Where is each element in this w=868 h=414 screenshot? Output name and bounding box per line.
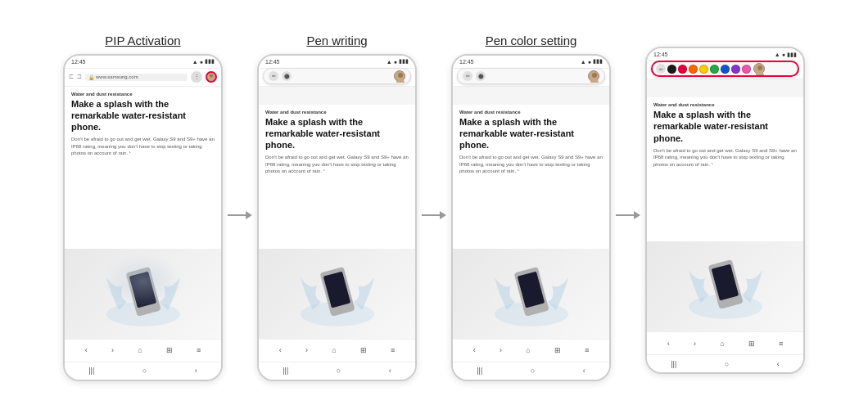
step3-status-icons: ▲ ● ▮▮▮ — [581, 58, 603, 65]
step1-web-content: Water and dust resistance Make a splash … — [65, 87, 221, 249]
step4-web-content: Water and dust resistance Make a splash … — [647, 97, 803, 241]
step3-web-tag: Water and dust resistance — [459, 110, 603, 115]
step3-pen-toolbar[interactable]: ✏ ⬤ — [457, 68, 605, 84]
step4-color-palette[interactable]: ✏ — [651, 61, 799, 77]
step4-pencil-icon: ✏ — [656, 64, 666, 74]
step4-pip-thumb — [753, 63, 765, 74]
step2-image-area — [259, 249, 415, 339]
step2-status-icons: ▲ ● ▮▮▮ — [387, 58, 409, 65]
step2-pencil-icon: ✏ — [269, 71, 278, 81]
step3-phone-svg — [482, 253, 581, 335]
arrow2-shape — [422, 209, 446, 221]
svg-point-22 — [756, 72, 764, 75]
step4-bottom-home: ○ — [725, 360, 729, 368]
arrow3-line — [616, 214, 634, 216]
step2-nav-menu: ≡ — [391, 346, 395, 354]
step2-nav-home: ⌂ — [332, 346, 336, 354]
step2-title: Pen writing — [306, 34, 367, 47]
step1-status-bar: 12:45 ▲ ● ▮▮▮ — [65, 56, 221, 69]
color-red[interactable] — [678, 65, 687, 74]
step4-nav-back: ‹ — [667, 340, 670, 348]
color-green[interactable] — [710, 65, 719, 74]
svg-point-7 — [398, 73, 403, 78]
arrow2-head — [440, 211, 446, 219]
step4-web-headline: Make a splash with the remarkable water-… — [653, 109, 797, 144]
step1-bottom-home: ○ — [142, 367, 147, 375]
svg-point-21 — [757, 65, 762, 70]
step4-time: 12:45 — [653, 52, 668, 57]
step2-bottom-home: ○ — [337, 367, 341, 375]
arrow1-head — [246, 211, 252, 219]
step3-pencil-icon: ✏ — [463, 71, 472, 81]
step1-web-tag: Water and dust resistance — [71, 92, 215, 97]
step4-nav-home: ⌂ — [720, 340, 724, 348]
step4-nav-tabs: ⊞ — [748, 340, 755, 348]
step3-status-bar: 12:45 ▲ ● ▮▮▮ — [453, 56, 609, 69]
step3-bottom-back: ‹ — [583, 367, 585, 375]
step2-web-headline: Make a splash with the remarkable water-… — [265, 116, 409, 151]
step1-pip-avatar — [206, 71, 217, 83]
step4-phone: 12:45 ▲ ● ▮▮▮ ⊏ ⊐ 🔒 www.samsung.com — [645, 47, 805, 374]
arrow3-head — [634, 211, 640, 219]
step3-bottom-recents: ||| — [477, 367, 482, 375]
step2-time: 12:45 — [265, 59, 280, 65]
color-black[interactable] — [667, 65, 676, 74]
step4-nav-menu: ≡ — [779, 340, 783, 348]
svg-point-14 — [592, 73, 597, 78]
step1-status-icons: ▲ ● ▮▮▮ — [192, 58, 215, 65]
step1-browser-bar: ⊏ ⊐ 🔒 www.samsung.com ⋮ — [65, 69, 221, 87]
step2-phone: 12:45 ▲ ● ▮▮▮ ⊏ ⊐ 🔒 www.samsung.com — [257, 54, 417, 381]
step2-web-body: Don't be afraid to go out and get wet. G… — [265, 154, 409, 174]
step1-url: 🔒 www.samsung.com — [85, 74, 188, 81]
step3-nav-tabs: ⊞ — [554, 346, 561, 354]
step2-block: Pen writing 12:45 ▲ ● ▮▮▮ ⊏ ⊐ 🔒 www.sams… — [257, 34, 417, 381]
step2-color-icon: ⬤ — [282, 71, 292, 81]
step2-bottom-bar: ||| ○ ‹ — [259, 362, 415, 380]
step2-pen-toolbar[interactable]: ✏ ⬤ — [263, 68, 411, 84]
step3-phone: 12:45 ▲ ● ▮▮▮ ⊏ ⊐ ✏ samsung... ⬤ — [451, 54, 611, 381]
step2-nav-forward: › — [305, 346, 308, 354]
step1-nav-home: ⌂ — [138, 346, 142, 354]
step4-bottom-back: ‹ — [777, 360, 780, 368]
svg-point-15 — [590, 79, 599, 83]
step1-title: PIP Activation — [105, 34, 180, 47]
step4-web-body: Don't be afraid to go out and get wet. G… — [653, 147, 797, 168]
arrow2 — [422, 193, 446, 221]
arrow1-line — [228, 214, 246, 216]
step1-menu-icon: ⋮ — [191, 71, 202, 83]
step1-web-body: Don't be afraid to go out and get wet. G… — [71, 136, 215, 156]
step1-bottom-recents: ||| — [88, 367, 94, 375]
main-container: PIP Activation 12:45 ▲ ● ▮▮▮ ⊏ ⊐ 🔒 www.s… — [0, 0, 868, 414]
svg-point-0 — [210, 74, 213, 77]
step3-title: Pen color setting — [486, 34, 577, 47]
step2-nav-back: ‹ — [279, 346, 282, 354]
step3-image-area — [453, 249, 609, 339]
color-blue[interactable] — [721, 65, 730, 74]
step3-time: 12:45 — [459, 59, 474, 65]
step1-nav-menu: ≡ — [197, 346, 201, 354]
step1-nav-tabs: ⊞ — [166, 346, 173, 354]
step4-image-area — [647, 241, 803, 331]
step1-splash — [102, 253, 184, 310]
step3-nav-back: ‹ — [473, 346, 476, 354]
step4-bottom-recents: ||| — [671, 360, 676, 368]
color-purple[interactable] — [731, 65, 740, 74]
step1-nav-bar: ‹ › ⌂ ⊞ ≡ — [65, 339, 221, 362]
step2-bottom-recents: ||| — [283, 367, 288, 375]
step4-bottom-bar: ||| ○ ‹ — [647, 354, 803, 372]
step1-bottom-back: ‹ — [195, 367, 197, 375]
step4-web-tag: Water and dust resistance — [653, 102, 797, 107]
step3-nav-menu: ≡ — [585, 346, 589, 354]
color-orange[interactable] — [689, 65, 698, 74]
step1-pip-container — [206, 71, 217, 83]
arrow3 — [616, 193, 640, 221]
step4-nav-forward: › — [694, 340, 696, 348]
step4-block: 12:45 ▲ ● ▮▮▮ ⊏ ⊐ 🔒 www.samsung.com — [645, 40, 805, 374]
step4-nav-bar: ‹ › ⌂ ⊞ ≡ — [647, 331, 803, 354]
step2-nav-tabs: ⊞ — [360, 346, 367, 354]
step3-nav-home: ⌂ — [526, 346, 530, 354]
color-yellow[interactable] — [699, 65, 708, 74]
color-pink[interactable] — [742, 65, 751, 74]
step3-color-icon: ⬤ — [476, 71, 486, 81]
step1-phone: 12:45 ▲ ● ▮▮▮ ⊏ ⊐ 🔒 www.samsung.com ⋮ — [63, 54, 223, 381]
